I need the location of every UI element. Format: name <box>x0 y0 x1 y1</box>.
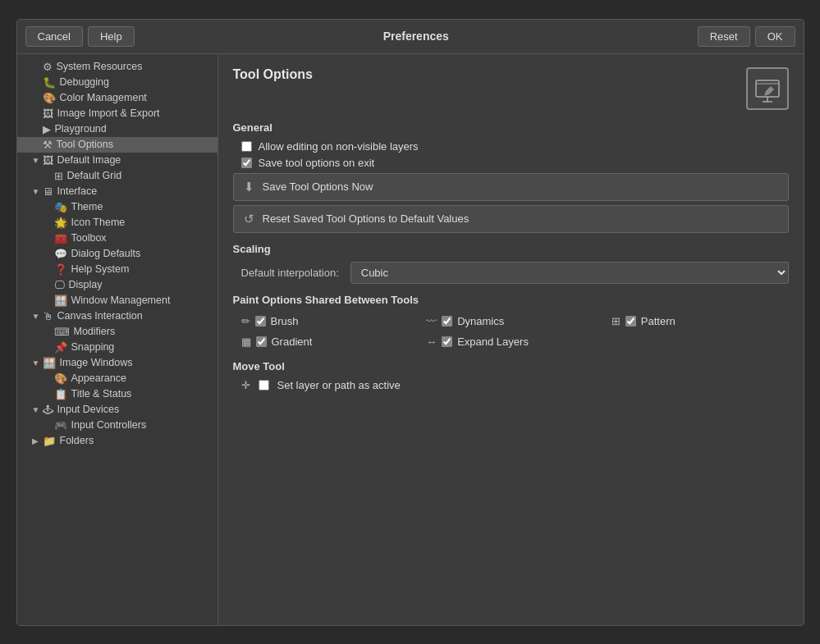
sidebar-item-label: System Resources <box>57 61 143 72</box>
sidebar-item-label: Appearance <box>71 372 126 384</box>
save-now-label: Save Tool Options Now <box>263 180 373 193</box>
sidebar-item-label: Input Controllers <box>71 419 147 431</box>
paint-options-label: Paint Options Shared Between Tools <box>233 294 789 306</box>
cancel-button[interactable]: Cancel <box>25 26 83 47</box>
arrow-icon: ▼ <box>32 187 40 196</box>
sidebar-item-label: Canvas Interaction <box>57 310 143 322</box>
set-layer-checkbox[interactable] <box>259 380 269 391</box>
sidebar-item-window-management[interactable]: 🪟Window Management <box>17 293 218 308</box>
default-grid-icon: ⊞ <box>54 170 63 182</box>
move-tool-label: Move Tool <box>233 360 789 372</box>
paint-option-dynamics: 〰 Dynamics <box>426 313 603 330</box>
theme-icon: 🎭 <box>54 201 67 213</box>
save-icon: ⬇ <box>244 180 254 194</box>
paint-option-gradient: ▦ Gradient <box>241 333 419 350</box>
paint-options-grid: ✏ Brush 〰 Dynamics ⊞ Pattern ▦ G <box>233 313 789 350</box>
sidebar-item-label: Playground <box>55 123 107 135</box>
reset-button[interactable]: Reset <box>698 26 750 47</box>
modifiers-icon: ⌨ <box>54 326 70 338</box>
arrow-icon: ▶ <box>32 436 40 445</box>
sidebar-item-modifiers[interactable]: ⌨Modifiers <box>17 324 218 340</box>
ok-button[interactable]: OK <box>755 26 795 47</box>
arrow-icon: ▼ <box>32 405 40 414</box>
title-status-icon: 📋 <box>54 388 67 400</box>
sidebar-item-label: Input Devices <box>57 404 120 415</box>
sidebar-item-label: Window Management <box>71 295 171 306</box>
sidebar-item-label: Debugging <box>60 76 109 88</box>
header-right-buttons: Reset OK <box>698 26 795 47</box>
tool-options-icon: ⚒ <box>43 139 53 151</box>
sidebar-item-input-controllers[interactable]: 🎮Input Controllers <box>17 418 218 433</box>
sidebar-item-input-devices[interactable]: ▼🕹Input Devices <box>17 402 218 418</box>
sidebar-item-label: Default Grid <box>67 170 122 181</box>
sidebar-item-debugging[interactable]: 🐛Debugging <box>17 75 218 90</box>
reset-icon: ↺ <box>244 212 254 226</box>
arrow-icon: ▼ <box>32 156 40 165</box>
sidebar-item-label: Modifiers <box>74 326 116 337</box>
help-button[interactable]: Help <box>88 26 135 47</box>
sidebar-item-default-image[interactable]: ▼🖼Default Image <box>17 153 218 168</box>
dynamics-icon: 〰 <box>426 315 437 327</box>
input-controllers-icon: 🎮 <box>54 419 67 432</box>
brush-icon: ✏ <box>241 315 250 327</box>
arrow-icon: ▼ <box>32 312 40 321</box>
sidebar-item-label: Toolbox <box>71 232 107 244</box>
allow-editing-row: Allow editing on non-visible layers <box>233 140 789 153</box>
dynamics-checkbox[interactable] <box>442 316 452 327</box>
sidebar-item-label: Dialog Defaults <box>71 248 141 259</box>
interface-icon: 🖥 <box>43 185 53 198</box>
sidebar-item-toolbox[interactable]: 🧰Toolbox <box>17 231 218 246</box>
general-label: General <box>233 121 789 134</box>
reset-tool-options-button[interactable]: ↺ Reset Saved Tool Options to Default Va… <box>233 205 789 233</box>
interpolation-row: Default interpolation: Linear Cubic None… <box>233 262 789 284</box>
sidebar-item-tool-options[interactable]: ⚒Tool Options <box>17 137 218 153</box>
sidebar-item-image-import-export[interactable]: 🖼Image Import & Export <box>17 106 218 121</box>
scaling-label: Scaling <box>233 243 789 255</box>
canvas-interaction-icon: 🖱 <box>43 310 53 322</box>
folders-icon: 📁 <box>43 435 56 447</box>
sidebar-item-display[interactable]: 🖵Display <box>17 277 218 293</box>
preferences-dialog: Cancel Help Preferences Reset OK ⚙System… <box>16 19 804 626</box>
sidebar-item-image-windows[interactable]: ▼🪟Image Windows <box>17 355 218 371</box>
save-now-button[interactable]: ⬇ Save Tool Options Now <box>233 173 789 201</box>
pattern-label: Pattern <box>641 315 676 327</box>
sidebar-item-icon-theme[interactable]: 🌟Icon Theme <box>17 215 218 231</box>
sidebar-item-canvas-interaction[interactable]: ▼🖱Canvas Interaction <box>17 308 218 324</box>
gradient-checkbox[interactable] <box>256 336 267 347</box>
dialog-defaults-icon: 💬 <box>54 248 67 260</box>
help-system-icon: ❓ <box>54 263 67 276</box>
pattern-icon: ⊞ <box>612 315 621 327</box>
paint-option-brush: ✏ Brush <box>241 313 419 330</box>
sidebar-item-folders[interactable]: ▶📁Folders <box>17 433 218 449</box>
pattern-checkbox[interactable] <box>625 316 636 327</box>
dialog-title: Preferences <box>140 30 693 43</box>
sidebar-item-title-status[interactable]: 📋Title & Status <box>17 386 218 402</box>
expand-layers-label: Expand Layers <box>457 336 529 348</box>
sidebar-item-theme[interactable]: 🎭Theme <box>17 199 218 215</box>
brush-checkbox[interactable] <box>255 316 266 327</box>
move-icon: ✛ <box>241 379 250 391</box>
sidebar-item-default-grid[interactable]: ⊞Default Grid <box>17 168 218 184</box>
header-left-buttons: Cancel Help <box>25 26 135 47</box>
sidebar-item-help-system[interactable]: ❓Help System <box>17 262 218 277</box>
paint-option-pattern: ⊞ Pattern <box>612 313 789 330</box>
save-on-exit-checkbox[interactable] <box>241 158 252 168</box>
sidebar-item-appearance[interactable]: 🎨Appearance <box>17 371 218 386</box>
allow-editing-label: Allow editing on non-visible layers <box>259 140 419 153</box>
allow-editing-checkbox[interactable] <box>241 141 252 152</box>
input-devices-icon: 🕹 <box>43 404 53 416</box>
sidebar-item-label: Folders <box>60 435 94 446</box>
sidebar-item-label: Display <box>69 279 103 290</box>
sidebar-item-system-resources[interactable]: ⚙System Resources <box>17 59 218 75</box>
sidebar-item-playground[interactable]: ▶Playground <box>17 121 218 137</box>
sidebar-item-label: Icon Theme <box>71 217 126 228</box>
sidebar-item-snapping[interactable]: 📌Snapping <box>17 340 218 355</box>
expand-layers-checkbox[interactable] <box>442 336 452 347</box>
snapping-icon: 📌 <box>54 341 67 354</box>
move-tool-row: ✛ Set layer or path as active <box>233 379 789 391</box>
sidebar-item-dialog-defaults[interactable]: 💬Dialog Defaults <box>17 246 218 262</box>
interpolation-select[interactable]: Linear Cubic None NoHalo LoHalo <box>350 262 789 284</box>
appearance-icon: 🎨 <box>54 372 67 385</box>
sidebar-item-interface[interactable]: ▼🖥Interface <box>17 184 218 199</box>
sidebar-item-color-management[interactable]: 🎨Color Management <box>17 90 218 106</box>
